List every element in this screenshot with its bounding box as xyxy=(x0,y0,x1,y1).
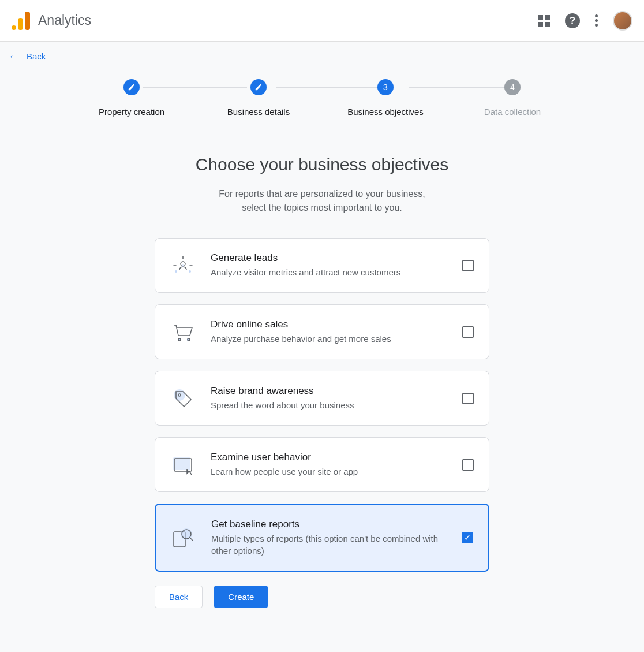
analytics-logo-icon xyxy=(12,12,30,30)
back-label: Back xyxy=(27,51,46,61)
back-button[interactable]: Back xyxy=(155,586,203,608)
objective-desc: Multiple types of reports (this option c… xyxy=(211,532,447,557)
checkbox[interactable] xyxy=(462,459,474,471)
step-circle: 4 xyxy=(504,79,521,95)
stepper: Property creation Business details 3 Bus… xyxy=(0,71,644,117)
objective-drive-online-sales[interactable]: Drive online sales Analyze purchase beha… xyxy=(155,304,489,359)
pencil-icon xyxy=(128,83,136,91)
step-label: Data collection xyxy=(484,107,541,117)
topbar-left: Analytics xyxy=(12,12,91,30)
pencil-icon xyxy=(254,83,263,91)
tag-icon xyxy=(170,386,196,411)
checkbox[interactable] xyxy=(462,393,474,404)
objective-title: Generate leads xyxy=(211,252,447,264)
footer-buttons: Back Create xyxy=(155,586,489,608)
help-icon[interactable]: ? xyxy=(565,13,580,28)
svg-point-3 xyxy=(189,270,191,273)
cart-icon xyxy=(170,319,196,345)
arrow-left-icon: ← xyxy=(8,50,20,63)
page-title: Choose your business objectives xyxy=(0,155,644,174)
checkbox[interactable] xyxy=(462,326,474,338)
step-label: Business details xyxy=(227,107,290,117)
svg-rect-10 xyxy=(173,457,190,470)
leads-icon xyxy=(170,253,196,278)
objective-title: Get baseline reports xyxy=(211,519,447,530)
step-circle xyxy=(250,79,267,95)
objective-desc: Spread the word about your business xyxy=(211,399,447,411)
reports-icon xyxy=(171,525,196,550)
step-circle xyxy=(123,79,140,95)
back-link[interactable]: ← Back xyxy=(0,42,644,71)
step-label: Business objectives xyxy=(347,107,424,117)
topbar: Analytics ? xyxy=(0,0,644,42)
objective-generate-leads[interactable]: Generate leads Analyze visitor metrics a… xyxy=(155,238,489,293)
page-subtitle: For reports that are personalized to you… xyxy=(0,187,644,215)
step-business-objectives[interactable]: 3 Business objectives xyxy=(322,79,449,117)
objective-examine-user-behavior[interactable]: Examine user behavior Learn how people u… xyxy=(155,437,489,492)
objective-desc: Learn how people use your site or app xyxy=(211,465,447,478)
app-title: Analytics xyxy=(38,13,91,28)
objective-cards: Generate leads Analyze visitor metrics a… xyxy=(155,238,489,572)
apps-icon[interactable] xyxy=(538,15,550,27)
svg-point-1 xyxy=(182,264,184,267)
objective-title: Examine user behavior xyxy=(211,452,447,463)
objective-desc: Analyze purchase behavior and get more s… xyxy=(211,333,447,345)
svg-point-2 xyxy=(175,270,177,273)
svg-point-8 xyxy=(174,389,185,401)
step-property-creation[interactable]: Property creation xyxy=(68,79,195,117)
checkbox[interactable] xyxy=(462,260,474,271)
avatar[interactable] xyxy=(613,11,632,31)
step-data-collection: 4 Data collection xyxy=(449,79,576,117)
objective-title: Raise brand awareness xyxy=(211,385,447,397)
objective-desc: Analyze visitor metrics and attract new … xyxy=(211,266,447,278)
step-circle: 3 xyxy=(377,79,394,95)
create-button[interactable]: Create xyxy=(214,586,268,608)
objective-raise-brand-awareness[interactable]: Raise brand awareness Spread the word ab… xyxy=(155,371,489,426)
step-label: Property creation xyxy=(99,107,164,117)
objective-get-baseline-reports[interactable]: Get baseline reports Multiple types of r… xyxy=(155,504,489,572)
checkbox[interactable]: ✓ xyxy=(462,532,473,543)
step-business-details[interactable]: Business details xyxy=(195,79,322,117)
topbar-right: ? xyxy=(538,11,632,31)
screen-icon xyxy=(170,452,196,478)
objective-title: Drive online sales xyxy=(211,319,447,330)
more-vert-icon[interactable] xyxy=(595,14,598,27)
